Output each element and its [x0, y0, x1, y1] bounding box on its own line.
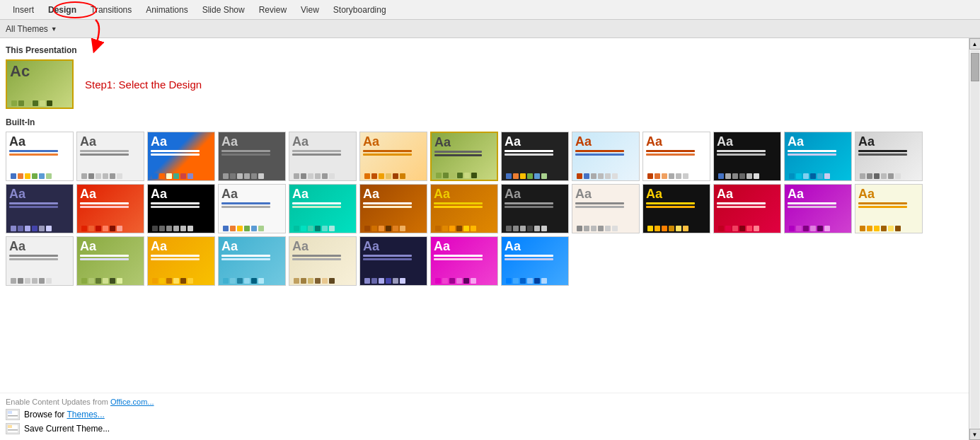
theme-thumb-32[interactable]: Aa [430, 236, 498, 286]
menu-review[interactable]: Review [252, 2, 294, 18]
theme-thumb-16[interactable]: Aa [218, 184, 286, 233]
menu-animations[interactable]: Animations [139, 2, 195, 18]
theme-thumb-11[interactable]: Aa [784, 132, 852, 181]
theme-thumb-33[interactable]: Aa [501, 236, 569, 286]
theme-thumb-7[interactable]: Aa [501, 132, 569, 181]
theme-thumb-12[interactable]: Aa [855, 132, 923, 181]
theme-thumb-28[interactable]: Aa [147, 236, 215, 286]
menu-view[interactable]: View [294, 2, 326, 18]
browse-link[interactable]: Themes... [67, 410, 104, 419]
theme-thumb-29[interactable]: Aa [218, 236, 286, 286]
theme-thumb-26[interactable]: Aa [6, 236, 74, 286]
theme-thumb-1[interactable]: Aa [76, 132, 144, 181]
menu-design[interactable]: Design [41, 2, 83, 18]
current-theme-thumb[interactable]: Ac [6, 59, 74, 109]
themes-panel: This Presentation Ac [0, 38, 980, 440]
theme-thumb-10[interactable]: Aa [713, 132, 781, 181]
scroll-down-btn[interactable]: ▼ [969, 429, 981, 440]
svg-rect-5 [8, 425, 12, 428]
theme-thumb-21[interactable]: Aa [572, 184, 640, 233]
theme-thumb-17[interactable]: Aa [289, 184, 357, 233]
this-presentation-title: This Presentation [6, 45, 963, 55]
scrollbar-track[interactable] [971, 50, 979, 428]
theme-thumb-9[interactable]: Aa [642, 132, 710, 181]
step-text: Step1: Select the Design [85, 79, 202, 91]
theme-thumb-22[interactable]: Aa [642, 184, 710, 233]
browse-prefix: Browse for [24, 410, 67, 419]
theme-thumb-3[interactable]: Aa [218, 132, 286, 181]
theme-thumb-23[interactable]: Aa [713, 184, 781, 233]
theme-thumb-30[interactable]: Aa [289, 236, 357, 286]
browse-themes-row[interactable]: Browse for Themes... [6, 409, 963, 420]
built-in-title: Built-In [6, 117, 963, 127]
scrollbar[interactable]: ▲ ▼ [969, 38, 980, 440]
all-themes-label[interactable]: All Themes ▼ [6, 24, 57, 34]
theme-thumb-18[interactable]: Aa [359, 184, 427, 233]
themes-dropdown-icon: ▼ [51, 25, 57, 33]
browse-themes-label[interactable]: Browse for Themes... [24, 410, 105, 419]
scrollbar-thumb[interactable] [971, 53, 979, 81]
save-theme-label[interactable]: Save Current Theme... [24, 424, 110, 434]
theme-thumb-19[interactable]: Aa [430, 184, 498, 233]
menu-transitions[interactable]: Transitions [83, 2, 139, 18]
menu-insert[interactable]: Insert [6, 2, 41, 18]
all-themes-bar: All Themes ▼ [0, 20, 980, 38]
theme-thumb-4[interactable]: Aa [289, 132, 357, 181]
enable-link[interactable]: Office.com... [110, 398, 154, 406]
footer: Enable Content Updates from Office.com..… [0, 393, 969, 440]
browse-themes-icon [6, 409, 20, 420]
theme-thumb-25[interactable]: Aa [855, 184, 923, 233]
theme-thumbnails: AaAaAaAaAaAaAaAaAaAaAaAaAaAaAaAaAaAaAaAa… [6, 132, 963, 286]
svg-rect-6 [8, 429, 18, 431]
theme-thumb-8[interactable]: Aa [572, 132, 640, 181]
theme-thumb-14[interactable]: Aa [76, 184, 144, 233]
menu-bar: Insert Design Transitions Animations Sli… [0, 0, 980, 20]
theme-thumb-27[interactable]: Aa [76, 236, 144, 286]
theme-thumb-31[interactable]: Aa [359, 236, 427, 286]
theme-thumb-20[interactable]: Aa [501, 184, 569, 233]
theme-thumb-24[interactable]: Aa [784, 184, 852, 233]
themes-content: This Presentation Ac [0, 38, 969, 393]
save-theme-row[interactable]: Save Current Theme... [6, 423, 963, 434]
theme-thumb-5[interactable]: Aa [359, 132, 427, 181]
all-themes-text: All Themes [6, 24, 48, 34]
theme-thumb-0[interactable]: Aa [6, 132, 74, 181]
menu-storyboarding[interactable]: Storyboarding [326, 2, 393, 18]
theme-thumb-6[interactable]: Aa [430, 132, 498, 181]
svg-rect-2 [8, 411, 12, 414]
theme-thumb-15[interactable]: Aa [147, 184, 215, 233]
svg-rect-3 [8, 415, 18, 417]
save-theme-icon [6, 423, 20, 434]
theme-thumb-2[interactable]: Aa [147, 132, 215, 181]
enable-text: Enable Content Updates from Office.com..… [6, 398, 154, 406]
enable-prefix: Enable Content Updates from [6, 398, 110, 406]
enable-updates-row: Enable Content Updates from Office.com..… [6, 398, 963, 406]
theme-thumb-13[interactable]: Aa [6, 184, 74, 233]
scroll-up-btn[interactable]: ▲ [969, 38, 981, 50]
menu-slideshow[interactable]: Slide Show [195, 2, 252, 18]
this-presentation-section: Ac Step1: Select the Design [6, 59, 963, 109]
